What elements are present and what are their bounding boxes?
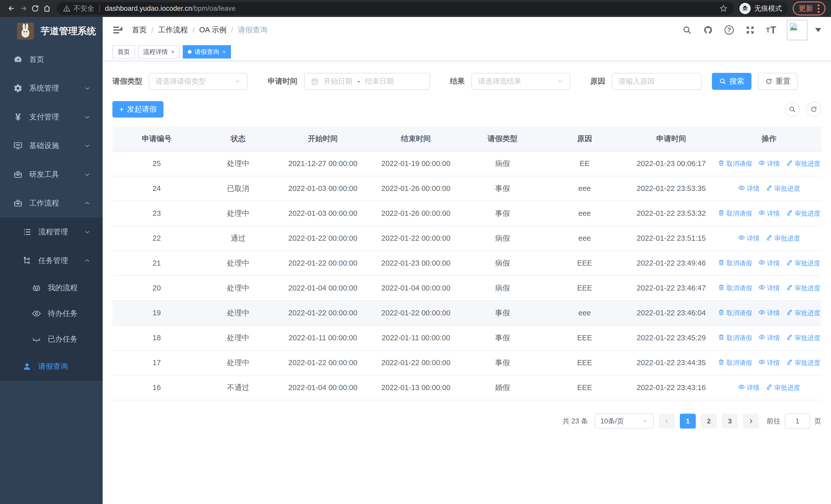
sidebar-item-10[interactable]: 已办任务 [0,326,103,352]
progress-action-link[interactable]: 审批进度 [786,358,821,367]
security-label[interactable]: 不安全 [74,4,94,13]
top-navbar: 首页/工作流程/OA 示例/请假查询 ? TT [103,17,831,43]
tab-1[interactable]: 流程详情× [138,45,180,59]
bookmark-star-icon[interactable] [719,4,727,12]
detail-action-link[interactable]: 详情 [758,259,780,267]
search-button[interactable]: 搜索 [712,73,751,90]
cancel-action-link[interactable]: 取消请假 [718,259,752,267]
cell-reason: eee [544,300,626,325]
cell-type: 事假 [461,350,544,375]
detail-action-link[interactable]: 详情 [738,184,760,193]
cell-id: 19 [112,300,201,325]
progress-action-link[interactable]: 审批进度 [786,209,821,217]
browser-reload-icon[interactable] [29,3,41,14]
sidebar-item-6[interactable]: 流程管理 [0,217,103,246]
apply-time-label: 申请时间 [268,76,297,87]
cell-reason: EEE [544,251,626,276]
sidebar-item-8[interactable]: 我的流程 [0,275,103,301]
detail-action-link[interactable]: 详情 [738,383,760,392]
detail-action-link[interactable]: 详情 [758,358,780,367]
update-label[interactable]: 更新 [799,4,813,13]
browser-home-icon[interactable] [41,3,53,14]
sidebar-item-1[interactable]: 系统管理 [0,74,103,102]
help-icon[interactable]: ? [724,25,735,35]
refresh-button[interactable] [806,102,821,117]
sidebar-item-0[interactable]: 首页 [0,45,103,74]
browser-back-icon[interactable] [6,3,18,14]
edit-icon [786,259,793,267]
github-icon[interactable] [703,25,713,35]
sidebar-item-5[interactable]: 工作流程 [0,189,103,217]
cancel-action-link[interactable]: 取消请假 [718,159,752,168]
cancel-action-link[interactable]: 取消请假 [718,284,752,292]
detail-action-link[interactable]: 详情 [758,309,780,317]
progress-action-link[interactable]: 审批进度 [766,234,800,242]
column-header-2: 开始时间 [276,127,370,151]
progress-action-link[interactable]: 审批进度 [786,284,821,292]
browser-menu-icon[interactable] [818,4,820,13]
fullscreen-icon[interactable] [745,25,755,35]
goto-page-input[interactable] [784,414,810,428]
table-row: 20处理中2022-01-04 00:00:002022-01-04 00:00… [112,276,821,300]
cell-apply_time: 2022-01-22 23:46:47 [626,276,717,300]
sidebar-item-4[interactable]: 研发工具 [0,160,103,189]
font-size-icon[interactable]: TT [766,25,777,35]
sidebar-item-9[interactable]: 待办任务 [0,301,103,326]
user-avatar[interactable] [787,20,807,40]
reset-button[interactable]: 重置 [758,73,798,90]
browser-forward-icon[interactable] [18,3,29,14]
leave-type-select[interactable]: 请选择请假类型 [149,73,248,90]
breadcrumb-item-2[interactable]: OA 示例 [199,25,226,35]
tab-label: 请假查询 [195,48,219,56]
breadcrumb-item-1[interactable]: 工作流程 [158,25,188,35]
cancel-action-link[interactable]: 取消请假 [718,358,752,367]
sidebar-item-2[interactable]: ¥支付管理 [0,102,103,131]
filter-form: 请假类型 请选择请假类型 申请时间 开始日期 - 结束日期 结果 [112,73,821,90]
detail-action-link[interactable]: 详情 [758,159,780,168]
page-button-2[interactable]: 2 [701,414,717,428]
app-logo-avatar [17,23,34,39]
detail-action-link[interactable]: 详情 [758,284,780,292]
apply-time-range-input[interactable]: 开始日期 - 结束日期 [304,73,430,90]
page-button-1[interactable]: 1 [680,414,696,428]
detail-action-link[interactable]: 详情 [738,234,760,242]
tab-2[interactable]: 请假查询× [183,45,231,59]
close-icon[interactable]: × [171,49,174,55]
progress-action-link[interactable]: 审批进度 [786,259,821,267]
eye-icon [738,234,745,242]
close-icon[interactable]: × [222,49,226,55]
detail-action-link[interactable]: 详情 [758,334,780,342]
progress-action-link[interactable]: 审批进度 [786,309,821,317]
cancel-action-link[interactable]: 取消请假 [718,209,752,217]
search-icon[interactable] [682,25,692,35]
app-logo-row[interactable]: 芋道管理系统 [0,17,103,45]
progress-action-link[interactable]: 审批进度 [766,383,800,392]
tab-0[interactable]: 首页 [112,45,135,59]
address-bar[interactable]: 不安全 dashboard.yudao.iocoder.cn/bpm/oa/le… [56,2,734,15]
next-page-button[interactable] [743,414,759,428]
sidebar-collapse-icon[interactable] [112,25,123,35]
sidebar-item-11[interactable]: 请假查询 [0,352,103,381]
sidebar-item-7[interactable]: 任务管理 [0,246,103,275]
avatar-dropdown-caret[interactable] [815,28,821,32]
toggle-search-button[interactable] [785,102,800,117]
sidebar-item-3[interactable]: 基础设施 [0,131,103,160]
breadcrumb-item-0[interactable]: 首页 [132,25,147,35]
reason-input[interactable] [612,73,701,89]
progress-action-link[interactable]: 审批进度 [786,334,821,342]
browser-update-button[interactable]: 更新 [793,2,825,16]
pager-pages: 123 [680,414,738,428]
page-size-select[interactable]: 10条/页 [595,414,654,428]
progress-action-link[interactable]: 审批进度 [766,184,800,193]
result-select[interactable]: 请选择流结果 [471,73,570,90]
cancel-action-link[interactable]: 取消请假 [718,309,752,317]
cell-id: 23 [112,201,201,226]
prev-page-button[interactable] [659,414,675,428]
page-button-3[interactable]: 3 [722,414,738,428]
create-leave-button[interactable]: + 发起请假 [112,101,164,118]
action-label: 详情 [747,383,760,392]
detail-action-link[interactable]: 详情 [758,209,780,217]
progress-action-link[interactable]: 审批进度 [786,159,821,168]
cell-status: 处理中 [201,251,276,276]
cancel-action-link[interactable]: 取消请假 [718,334,752,342]
